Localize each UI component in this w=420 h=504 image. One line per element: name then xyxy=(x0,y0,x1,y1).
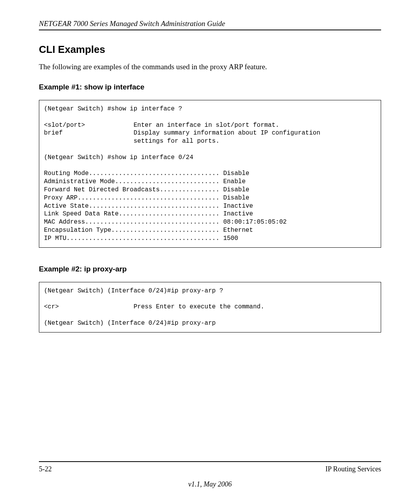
footer-line: 5-22 IP Routing Services xyxy=(39,465,381,473)
section-title: CLI Examples xyxy=(39,44,381,56)
footer-rule xyxy=(39,461,381,462)
footer: 5-22 IP Routing Services v1.1, May 2006 xyxy=(39,461,381,488)
section-intro: The following are examples of the comman… xyxy=(39,63,381,71)
document-page: NETGEAR 7000 Series Managed Switch Admin… xyxy=(0,0,420,504)
footer-pagenum: 5-22 xyxy=(39,465,52,473)
example-1-code: (Netgear Switch) #show ip interface ? <s… xyxy=(39,100,381,248)
example-2-title: Example #2: ip proxy-arp xyxy=(39,265,381,273)
example-2-code: (Netgear Switch) (Interface 0/24)#ip pro… xyxy=(39,282,381,332)
header-title: NETGEAR 7000 Series Managed Switch Admin… xyxy=(39,19,381,28)
header-rule xyxy=(39,30,381,30)
footer-section: IP Routing Services xyxy=(326,465,381,473)
example-1-title: Example #1: show ip interface xyxy=(39,83,381,91)
footer-version: v1.1, May 2006 xyxy=(39,480,381,488)
